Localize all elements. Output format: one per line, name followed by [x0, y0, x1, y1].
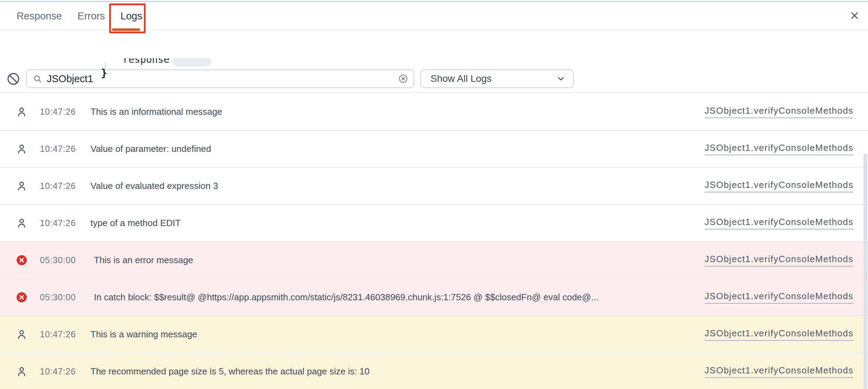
log-message: type of a method EDIT — [90, 218, 694, 228]
log-row[interactable]: 05:30:00 In catch block: $$result@ @http… — [0, 279, 868, 316]
user-icon — [16, 217, 27, 229]
user-icon — [16, 180, 27, 192]
log-row[interactable]: 10:47:26 The recommended page size is 5,… — [0, 353, 868, 389]
error-circle-icon — [16, 254, 27, 266]
log-row[interactable]: 05:30:00 This is an error message JSObje… — [0, 242, 868, 279]
user-icon — [16, 143, 27, 155]
tab-bar: Response Errors Logs — [0, 2, 868, 31]
log-timestamp: 10:47:26 — [40, 218, 81, 228]
close-icon — [849, 10, 860, 21]
user-icon — [16, 329, 27, 340]
log-row[interactable]: 10:47:26 Value of parameter: undefined J… — [0, 131, 868, 168]
tab-errors[interactable]: Errors — [78, 2, 105, 30]
log-message: Value of evaluated expression 3 — [90, 181, 694, 191]
log-row[interactable]: 10:47:26 Value of evaluated expression 3… — [0, 168, 868, 205]
log-row[interactable]: 10:47:26 type of a method EDIT JSObject1… — [0, 205, 868, 242]
clipped-log-entry[interactable]: response } — [0, 58, 868, 93]
user-icon — [16, 366, 27, 377]
user-icon — [16, 106, 27, 118]
log-source-entity-link[interactable]: JSObject1.verifyConsoleMethods — [705, 365, 853, 378]
filter-bar: Show All Logs — [0, 31, 868, 58]
log-timestamp: 10:47:26 — [40, 144, 81, 154]
log-timestamp: 10:47:26 — [40, 329, 81, 339]
vertical-scrollbar[interactable] — [863, 154, 867, 389]
log-timestamp: 10:47:26 — [40, 366, 81, 377]
error-circle-icon — [16, 292, 27, 303]
log-row[interactable]: 10:47:26 This is a warning message JSObj… — [0, 316, 868, 353]
log-message: This is an informational message — [90, 106, 694, 117]
log-source-entity-link[interactable]: JSObject1.verifyConsoleMethods — [705, 142, 853, 155]
tab-logs[interactable]: Logs — [121, 2, 142, 30]
log-source-entity-link[interactable]: JSObject1.verifyConsoleMethods — [705, 254, 853, 267]
log-timestamp: 10:47:26 — [40, 107, 81, 117]
log-message: In catch block: $$result@ @https://app.a… — [90, 292, 694, 303]
value-pill — [172, 58, 211, 67]
log-list: 10:47:26 This is an informational messag… — [0, 94, 868, 389]
log-message: Value of parameter: undefined — [90, 144, 694, 154]
log-source-entity-link[interactable]: JSObject1.verifyConsoleMethods — [705, 328, 853, 341]
code-closing-brace: } — [101, 67, 107, 79]
code-key-label: response — [123, 58, 170, 65]
close-panel-button[interactable] — [848, 9, 861, 22]
log-message: This is an error message — [90, 255, 694, 266]
log-source-entity-link[interactable]: JSObject1.verifyConsoleMethods — [705, 180, 853, 192]
log-message: This is a warning message — [90, 329, 694, 340]
log-row[interactable]: 10:47:26 This is an informational messag… — [0, 94, 868, 131]
log-source-entity-link[interactable]: JSObject1.verifyConsoleMethods — [705, 217, 853, 230]
tab-response[interactable]: Response — [17, 2, 62, 30]
log-timestamp: 05:30:00 — [40, 292, 81, 302]
log-timestamp: 10:47:26 — [40, 181, 81, 191]
log-timestamp: 05:30:00 — [40, 255, 81, 265]
log-source-entity-link[interactable]: JSObject1.verifyConsoleMethods — [705, 105, 853, 118]
log-message: The recommended page size is 5, whereas … — [90, 366, 694, 377]
debugger-panel: Response Errors Logs — [0, 0, 868, 389]
log-source-entity-link[interactable]: JSObject1.verifyConsoleMethods — [705, 291, 853, 304]
